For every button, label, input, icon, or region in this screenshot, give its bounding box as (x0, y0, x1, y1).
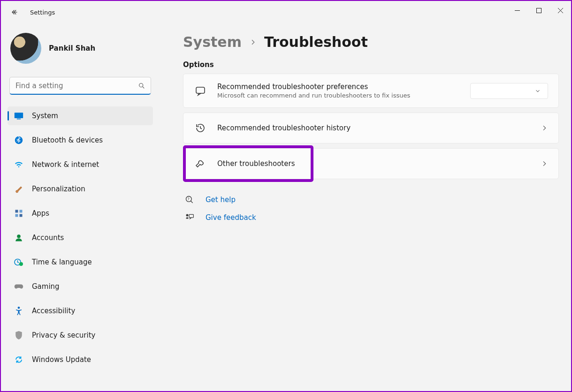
chevron-right-icon (249, 38, 257, 46)
card-recommended-preferences[interactable]: Recommended troubleshooter preferences M… (183, 74, 559, 108)
section-title: Options (183, 60, 559, 69)
card-title: Recommended troubleshooter preferences (217, 83, 460, 91)
minimize-icon (515, 8, 520, 13)
sidebar-item-label: Accessibility (32, 307, 75, 315)
link-label: Get help (206, 196, 236, 204)
chevron-right-icon (541, 124, 548, 132)
search-wrap (9, 77, 151, 95)
svg-rect-8 (15, 214, 18, 217)
main-content: System Troubleshoot Options Recommended … (160, 23, 571, 391)
give-feedback-link[interactable]: Give feedback (183, 212, 559, 223)
sidebar-item-label: Privacy & security (32, 331, 95, 339)
clock-globe-icon (14, 257, 23, 267)
sidebar-item-label: Network & internet (32, 160, 99, 169)
history-icon (194, 121, 207, 135)
sidebar-item-label: System (32, 112, 58, 120)
wrench-icon (194, 157, 207, 170)
svg-point-17 (186, 214, 189, 217)
minimize-button[interactable] (506, 1, 528, 20)
svg-rect-4 (17, 119, 21, 120)
sidebar-item-time-language[interactable]: Time & language (8, 253, 153, 271)
sidebar-item-label: Accounts (32, 234, 64, 242)
svg-text:?: ? (188, 197, 190, 201)
window-controls (506, 1, 571, 20)
sidebar-item-label: Windows Update (32, 355, 91, 364)
link-label: Give feedback (206, 213, 256, 222)
card-recommended-history[interactable]: Recommended troubleshooter history (183, 113, 559, 143)
chevron-down-icon (534, 88, 541, 94)
svg-point-13 (18, 307, 20, 309)
sidebar-item-label: Apps (32, 209, 49, 218)
sidebar-item-gaming[interactable]: Gaming (8, 277, 153, 296)
help-icon: ? (184, 194, 195, 205)
brush-icon (14, 184, 23, 194)
search-icon (138, 82, 145, 90)
svg-rect-18 (189, 214, 193, 218)
sidebar-item-label: Gaming (32, 282, 60, 291)
sidebar-item-privacy[interactable]: Privacy & security (8, 326, 153, 345)
svg-point-12 (19, 262, 23, 266)
profile-block[interactable]: Pankil Shah (8, 27, 153, 75)
svg-rect-14 (196, 87, 205, 93)
sidebar-item-windows-update[interactable]: Windows Update (8, 350, 153, 369)
search-input[interactable] (9, 77, 151, 95)
breadcrumb-parent[interactable]: System (183, 34, 242, 50)
footer-links: ? Get help Give feedback (183, 194, 559, 223)
user-name: Pankil Shah (49, 44, 95, 53)
sidebar-item-apps[interactable]: Apps (8, 204, 153, 223)
sidebar-item-label: Time & language (32, 258, 92, 266)
wifi-icon (14, 160, 23, 169)
gamepad-icon (14, 282, 23, 291)
close-button[interactable] (549, 1, 571, 20)
card-title: Other troubleshooters (217, 159, 530, 168)
close-icon (558, 8, 563, 13)
svg-rect-7 (20, 210, 23, 213)
sidebar-item-label: Bluetooth & devices (32, 136, 103, 144)
person-icon (14, 233, 23, 242)
get-help-link[interactable]: ? Get help (183, 194, 559, 205)
sidebar-item-label: Personalization (32, 185, 85, 193)
update-icon (14, 355, 23, 364)
sidebar-item-personalization[interactable]: Personalization (8, 180, 153, 198)
card-subtitle: Microsoft can recommend and run troubles… (217, 92, 460, 99)
sidebar-item-accounts[interactable]: Accounts (8, 228, 153, 247)
svg-rect-1 (536, 8, 541, 13)
sidebar-item-accessibility[interactable]: Accessibility (8, 302, 153, 320)
maximize-icon (536, 8, 541, 13)
maximize-button[interactable] (528, 1, 549, 20)
breadcrumb: System Troubleshoot (183, 34, 559, 50)
monitor-icon (14, 111, 23, 121)
sidebar-item-network[interactable]: Network & internet (8, 155, 153, 174)
card-title: Recommended troubleshooter history (217, 124, 530, 132)
card-other-troubleshooters[interactable]: Other troubleshooters (183, 148, 559, 179)
svg-point-2 (139, 83, 143, 87)
sidebar: Pankil Shah System Bluetooth & devices N… (1, 23, 160, 391)
sidebar-item-system[interactable]: System (8, 106, 153, 125)
svg-rect-3 (15, 113, 23, 118)
feedback-icon (184, 212, 195, 223)
chevron-right-icon (541, 160, 548, 167)
nav: System Bluetooth & devices Network & int… (8, 104, 153, 371)
back-button[interactable] (6, 3, 24, 22)
breadcrumb-current: Troubleshoot (264, 34, 368, 50)
svg-point-10 (17, 234, 21, 238)
title-bar: Settings (1, 1, 571, 23)
sidebar-item-bluetooth[interactable]: Bluetooth & devices (8, 131, 153, 150)
svg-rect-6 (15, 210, 18, 213)
bluetooth-icon (14, 136, 23, 145)
svg-point-5 (15, 136, 23, 144)
app-title: Settings (30, 9, 55, 16)
svg-rect-0 (515, 10, 520, 11)
chat-icon (194, 84, 207, 98)
accessibility-icon (14, 306, 23, 316)
svg-rect-9 (20, 214, 23, 217)
avatar (10, 33, 41, 64)
shield-icon (14, 331, 23, 340)
apps-icon (14, 209, 23, 218)
recommended-prefs-dropdown[interactable] (470, 83, 548, 99)
